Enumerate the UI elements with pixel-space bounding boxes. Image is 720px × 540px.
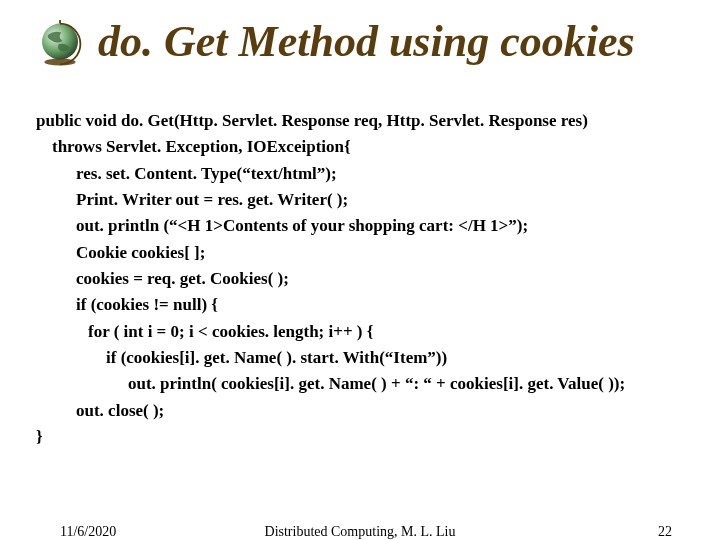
code-line: Cookie cookies[ ];	[76, 240, 700, 266]
code-line: out. println( cookies[i]. get. Name( ) +…	[128, 371, 700, 397]
code-line: Print. Writer out = res. get. Writer( );	[76, 187, 700, 213]
code-line: out. close( );	[76, 398, 700, 424]
footer-center: Distributed Computing, M. L. Liu	[0, 524, 720, 540]
slide-title: do. Get Method using cookies	[98, 16, 635, 67]
code-line: if (cookies != null) {	[76, 292, 700, 318]
footer-page-number: 22	[658, 524, 672, 540]
code-line: if (cookies[i]. get. Name( ). start. Wit…	[106, 345, 700, 371]
code-line: for ( int i = 0; i < cookies. length; i+…	[88, 319, 700, 345]
code-line: throws Servlet. Exception, IOExceiption{	[52, 134, 700, 160]
title-row: do. Get Method using cookies	[0, 0, 720, 98]
code-line: public void do. Get(Http. Servlet. Respo…	[36, 108, 700, 134]
code-line: res. set. Content. Type(“text/html”);	[76, 161, 700, 187]
code-line: }	[36, 424, 700, 450]
globe-icon	[30, 14, 90, 74]
code-line: cookies = req. get. Cookies( );	[76, 266, 700, 292]
slide: do. Get Method using cookies public void…	[0, 0, 720, 540]
code-block: public void do. Get(Http. Servlet. Respo…	[36, 108, 700, 450]
code-line: out. println (“<H 1>Contents of your sho…	[76, 213, 700, 239]
